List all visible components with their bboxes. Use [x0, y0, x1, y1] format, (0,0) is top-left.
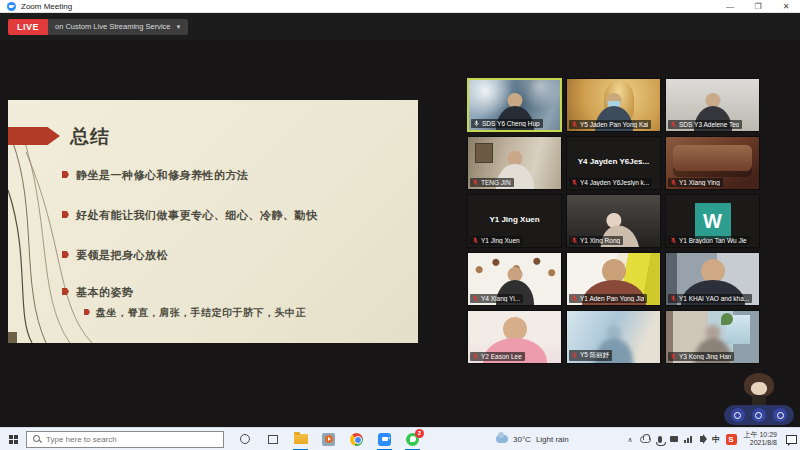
live-streaming-service-label: on Custom Live Streaming Service: [55, 22, 170, 31]
minimize-button[interactable]: —: [716, 0, 744, 12]
participant-name: Y1 KHAI YAO and kha...: [679, 295, 749, 302]
participant-name: Y1 Xing Rong: [580, 237, 620, 244]
participant-tile[interactable]: SDS Y3 Adelene Teo: [665, 78, 760, 132]
cortana-button[interactable]: [237, 432, 252, 447]
desktop-pet-overlay[interactable]: [724, 373, 794, 425]
participant-tile[interactable]: Y5 Jaden Pan Yong Kai: [566, 78, 661, 132]
pet-button-2[interactable]: [752, 408, 766, 422]
chrome-button[interactable]: [349, 432, 364, 447]
participant-name-label: SDS Y3 Adelene Teo: [668, 120, 742, 129]
shared-screen-slide: 总结 静坐是一种修心和修身养性的方法 好处有能让我们做事更专心、细心、冷静、勤快…: [8, 100, 418, 343]
participant-name-label: Y1 Jing Xuen: [470, 236, 523, 245]
pet-button-dock: [724, 405, 794, 425]
zoom-taskbar-button[interactable]: [377, 432, 392, 447]
participant-name: Y4 Jayden Y6Jeslyn k...: [580, 179, 649, 186]
participant-name-label: SDS Y6 Cheng Hup: [471, 119, 543, 128]
muted-mic-icon: [571, 237, 578, 244]
muted-mic-icon: [670, 121, 677, 128]
onedrive-tray-button[interactable]: [640, 433, 651, 445]
participant-tile[interactable]: Y1 Jing XuenY1 Jing Xuen: [467, 194, 562, 248]
close-button[interactable]: ✕: [772, 0, 800, 12]
start-button[interactable]: [0, 428, 26, 450]
task-view-button[interactable]: [265, 432, 280, 447]
taskbar-search[interactable]: [26, 431, 224, 448]
bullet-icon: [62, 251, 69, 258]
mic-icon: [473, 120, 480, 127]
participant-name-label: Y3 Kong Jing Han: [668, 352, 734, 361]
participant-name: Y1 Xiang Ying: [679, 179, 720, 186]
window-title: Zoom Meeting: [21, 2, 72, 11]
microphone-tray-button[interactable]: [656, 433, 665, 445]
volume-tray-button[interactable]: [698, 433, 707, 445]
signal-icon: [684, 436, 692, 443]
participant-tile[interactable]: Y4 Jayden Y6Jes...Y4 Jayden Y6Jeslyn k..…: [566, 136, 661, 190]
meeting-content-area: 总结 静坐是一种修心和修身养性的方法 好处有能让我们做事更专心、细心、冷静、勤快…: [0, 40, 800, 427]
participant-tile[interactable]: Y3 Kong Jing Han: [665, 310, 760, 364]
participant-tile[interactable]: Y1 Aden Pan Yong Jia: [566, 252, 661, 306]
participant-name-label: Y4 Xiang Yi...: [470, 294, 523, 303]
pet-button-3[interactable]: [773, 408, 787, 422]
chevron-down-icon: ▼: [175, 24, 181, 30]
participant-tile[interactable]: SDS Y6 Cheng Hup: [467, 78, 562, 132]
taskbar-clock[interactable]: 上午 10:29 2021/8/8: [742, 431, 779, 447]
participant-tile[interactable]: Y1 KHAI YAO and kha...: [665, 252, 760, 306]
muted-mic-icon: [472, 353, 479, 360]
taskbar-weather[interactable]: 30°C Light rain: [496, 435, 569, 444]
microphone-icon: [658, 436, 662, 443]
participant-name: Y3 Kong Jing Han: [679, 353, 731, 360]
bullet-icon: [84, 309, 90, 315]
live-streaming-service-button[interactable]: on Custom Live Streaming Service ▼: [48, 19, 188, 35]
network-tray-button[interactable]: [684, 433, 693, 445]
pet-face: [751, 382, 767, 395]
muted-mic-icon: [571, 352, 578, 359]
chat-app-button[interactable]: 2: [405, 432, 420, 447]
task-view-icon: [268, 435, 278, 444]
participant-name-label: Y5 陈丽妤: [569, 350, 612, 361]
pet-character[interactable]: [742, 373, 776, 407]
clock-date: 2021/8/8: [744, 439, 777, 447]
slide-bullet-2: 好处有能让我们做事更专心、细心、冷静、勤快: [62, 208, 318, 223]
media-player-icon: [322, 433, 335, 446]
device-tray-button[interactable]: [670, 433, 679, 445]
participant-name-label: Y1 KHAI YAO and kha...: [668, 294, 752, 303]
muted-mic-icon: [571, 121, 578, 128]
participant-name: SDS Y3 Adelene Teo: [679, 121, 739, 128]
participant-name: Y1 Braydon Tan Wu Jie: [679, 237, 747, 244]
bullet-icon: [62, 171, 69, 178]
search-input[interactable]: [46, 435, 196, 444]
participant-name: Y5 Jaden Pan Yong Kai: [580, 121, 648, 128]
participant-tile[interactable]: Y5 陈丽妤: [566, 310, 661, 364]
pet-button-1[interactable]: [731, 408, 745, 422]
participant-tile[interactable]: Y1 Xiang Ying: [665, 136, 760, 190]
muted-mic-icon: [571, 295, 578, 302]
muted-mic-icon: [472, 179, 479, 186]
participant-name: Y5 陈丽妤: [580, 351, 609, 360]
participant-name-label: Y4 Jayden Y6Jeslyn k...: [569, 178, 652, 187]
file-explorer-button[interactable]: [293, 432, 308, 447]
clock-time: 上午 10:29: [744, 431, 777, 439]
bullet-icon: [62, 288, 69, 295]
folder-icon: [294, 434, 308, 444]
slide-bullet-3: 要领是把身心放松: [62, 248, 168, 263]
live-badge: LIVE: [8, 19, 48, 35]
participant-tile[interactable]: Y4 Xiang Yi...: [467, 252, 562, 306]
media-player-button[interactable]: [321, 432, 336, 447]
camera-off-name: Y4 Jayden Y6Jes...: [567, 157, 660, 166]
participant-tile[interactable]: TENG JIN: [467, 136, 562, 190]
slide-bullet-1: 静坐是一种修心和修身养性的方法: [62, 168, 249, 183]
action-center-button[interactable]: [786, 435, 797, 444]
s-app-tray-button[interactable]: S: [726, 433, 737, 445]
window-titlebar: Zoom Meeting — ❐ ✕: [0, 0, 800, 13]
weather-cloud-icon: [496, 435, 508, 443]
participant-tile[interactable]: WY1 Braydon Tan Wu Jie: [665, 194, 760, 248]
speaker-icon: [700, 436, 704, 442]
muted-mic-icon: [472, 237, 479, 244]
slide-title: 总结: [70, 124, 110, 150]
ime-indicator[interactable]: 中: [712, 433, 721, 445]
participant-tile[interactable]: Y2 Eason Lee: [467, 310, 562, 364]
zoom-app-icon: [7, 2, 16, 11]
participant-tile[interactable]: Y1 Xing Rong: [566, 194, 661, 248]
weather-temperature: 30°C: [513, 435, 531, 444]
show-hidden-icons-button[interactable]: ∧: [626, 434, 635, 446]
maximize-button[interactable]: ❐: [744, 0, 772, 12]
